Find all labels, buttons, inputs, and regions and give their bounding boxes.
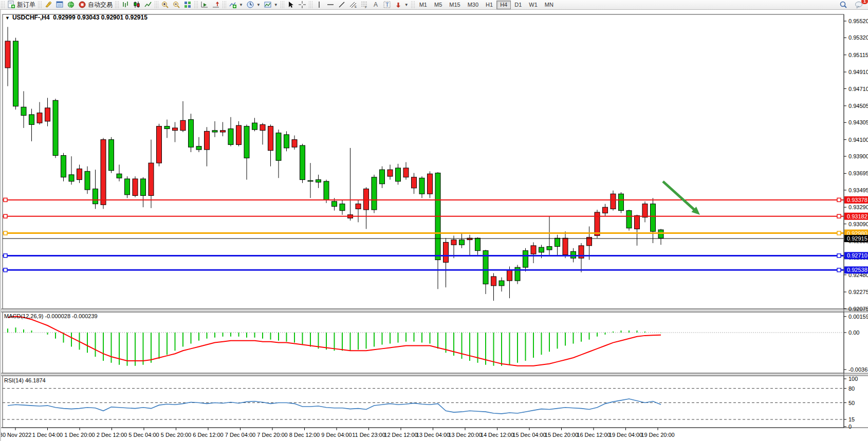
timeframe-button-MN[interactable]: MN — [541, 1, 557, 9]
time-tick-label: 5 Dec 20:00 — [161, 432, 191, 438]
hline-handle[interactable] — [837, 268, 841, 272]
toolbar-separator — [38, 1, 42, 8]
timeframe-button-D1[interactable]: D1 — [511, 1, 525, 9]
bar-chart-button[interactable] — [120, 1, 131, 9]
candle-body-up — [21, 107, 26, 115]
search-button[interactable] — [838, 1, 849, 9]
low-value: 0.92901 — [101, 14, 123, 21]
timeframe-button-M30[interactable]: M30 — [464, 1, 482, 9]
new-order-button[interactable]: 新订单 — [6, 1, 37, 9]
hline-handle[interactable] — [837, 198, 841, 201]
hline-handle[interactable] — [4, 198, 7, 201]
timeframe-button-M15[interactable]: M15 — [446, 1, 464, 9]
quick-trade-caret-icon[interactable]: ▼ — [5, 15, 10, 21]
vertical-line-icon — [315, 1, 323, 9]
periods-button[interactable]: ▼ — [245, 1, 262, 9]
time-tick-label: 19 Dec 04:00 — [609, 432, 642, 438]
rsi-scale-label: 100 — [848, 376, 858, 382]
timeframe-group: M1M5M15M30H1H4D1W1MN — [416, 1, 557, 9]
candle-body-up — [340, 204, 345, 211]
candle-body-up — [164, 126, 170, 129]
signals-button[interactable] — [65, 1, 77, 9]
horn-icon — [44, 1, 52, 9]
timeframe-button-H4[interactable]: H4 — [496, 1, 511, 9]
candle-body-down — [5, 41, 10, 68]
autotrading-label: 自动交易 — [88, 1, 113, 9]
chart-shift-button[interactable] — [210, 1, 221, 9]
time-axis[interactable]: 30 Nov 20221 Dec 04:001 Dec 20:002 Dec 1… — [1, 428, 868, 438]
text-icon: A — [372, 1, 380, 9]
autotrading-button[interactable]: 自动交易 — [77, 1, 114, 9]
time-tick-label: 14 Dec 12:00 — [481, 432, 514, 438]
line-chart-icon — [144, 1, 152, 9]
data-window-button[interactable] — [54, 1, 65, 9]
channel-button[interactable]: E — [347, 1, 359, 9]
trendline-button[interactable] — [336, 1, 347, 9]
pane-separator[interactable] — [1, 373, 868, 376]
horizontal-line-button[interactable] — [325, 1, 336, 9]
timeframe-button-W1[interactable]: W1 — [525, 1, 541, 9]
time-tick-label: 12 Dec 12:00 — [384, 432, 417, 438]
time-tick-label: 6 Dec 12:00 — [193, 432, 223, 438]
price-tick-label: 0.93290 — [848, 204, 868, 210]
hline-handle[interactable] — [4, 268, 7, 272]
candle-body-up — [651, 204, 656, 232]
search-icon — [839, 1, 847, 9]
candlestick-chart-button[interactable] — [131, 1, 142, 9]
toolbar-separator — [309, 1, 312, 8]
price-tick-label: 0.92075 — [848, 306, 868, 312]
hline-handle[interactable] — [4, 231, 7, 235]
candle-body-up — [141, 179, 146, 195]
tile-windows-button[interactable] — [182, 1, 193, 9]
rsi-pane — [3, 376, 844, 428]
fibonacci-button[interactable]: F — [359, 1, 370, 9]
arrows-button[interactable]: ▼ — [393, 1, 410, 9]
signal-globe-icon — [67, 1, 75, 9]
candle-body-down — [292, 140, 297, 148]
candle-body-up — [29, 115, 34, 124]
candle-body-down — [603, 207, 608, 213]
hline-handle[interactable] — [837, 254, 841, 258]
time-tick-label: 1 Dec 20:00 — [64, 432, 95, 438]
hline-price-label-text: 0.92710 — [847, 252, 867, 259]
price-axis[interactable]: 0.955200.953200.951150.949100.947100.945… — [844, 14, 868, 430]
timeframe-button-H1[interactable]: H1 — [482, 1, 496, 9]
chart-canvas[interactable]: 0.955200.953200.951150.949100.947100.945… — [1, 10, 868, 441]
auto-scroll-icon — [200, 1, 209, 9]
zoom-out-button[interactable] — [171, 1, 182, 9]
timeframe-button-M1[interactable]: M1 — [416, 1, 431, 9]
candle-body-up — [475, 238, 481, 250]
hline-handle[interactable] — [4, 254, 7, 258]
cursor-icon — [287, 1, 295, 9]
price-tick-label: 0.93495 — [848, 187, 868, 193]
svg-text:T: T — [385, 2, 389, 8]
alerts-horn-button[interactable] — [43, 1, 54, 9]
hline-handle[interactable] — [837, 214, 841, 218]
vertical-line-button[interactable] — [313, 1, 325, 9]
zoom-out-icon — [172, 1, 180, 9]
crosshair-button[interactable] — [297, 1, 308, 9]
candle-body-down — [236, 125, 242, 144]
templates-button[interactable]: ▼ — [262, 1, 280, 9]
line-chart-button[interactable] — [142, 1, 154, 9]
candle-body-down — [444, 242, 449, 262]
toolbar-drag-handle[interactable] — [1, 1, 5, 8]
pane-separator[interactable] — [1, 309, 868, 312]
chat-button[interactable]: 1 — [853, 1, 865, 9]
hline-handle[interactable] — [837, 231, 841, 235]
candle-body-down — [268, 126, 273, 151]
text-label-button[interactable]: T — [381, 1, 393, 9]
candle-body-up — [69, 175, 74, 181]
candle-body-up — [93, 189, 98, 204]
indicators-button[interactable]: ▼ — [227, 1, 245, 9]
zoom-in-button[interactable] — [159, 1, 171, 9]
cursor-button[interactable] — [285, 1, 297, 9]
candle-body-down — [642, 204, 648, 217]
timeframe-button-M5[interactable]: M5 — [431, 1, 446, 9]
candle-body-down — [173, 128, 178, 131]
text-button[interactable]: A — [370, 1, 381, 9]
candle-body-up — [300, 145, 305, 180]
candle-body-down — [45, 108, 50, 121]
hline-handle[interactable] — [4, 214, 7, 218]
auto-scroll-button[interactable] — [199, 1, 210, 9]
